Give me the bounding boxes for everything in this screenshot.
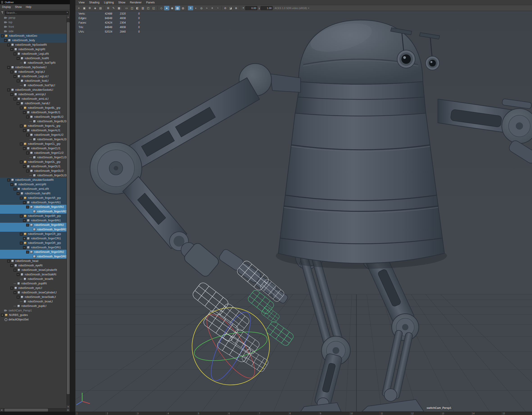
outliner-row[interactable]: −robotSmooth_head (0, 259, 66, 263)
expander-icon[interactable]: − (23, 165, 26, 168)
outliner-row[interactable]: −robotSmooth_fingerCL_grp (0, 142, 66, 146)
search-input[interactable] (5, 11, 69, 15)
timeline-tick[interactable]: 3 (136, 412, 167, 415)
filter-icon[interactable] (1, 11, 4, 14)
outliner-row[interactable]: −robotSmooth_legUpRt (0, 47, 66, 52)
select-camera-icon[interactable]: ⌖ (76, 6, 82, 10)
timeline-tick[interactable]: 5 (197, 412, 228, 415)
timeline-tick[interactable]: 2 (106, 412, 136, 415)
expander-icon[interactable]: − (17, 296, 19, 299)
outliner-row[interactable]: −robotSmooth_armUpLf (0, 92, 66, 97)
outliner-row[interactable]: robotSmooth_fingerARt3 (0, 209, 66, 214)
outliner-row[interactable]: −robotSmooth_eyeRt (0, 263, 66, 268)
scroll-left-icon[interactable]: ◀ (0, 408, 3, 412)
expander-icon[interactable]: − (4, 39, 7, 42)
outliner-row[interactable]: −robotSmooth_armLoLf (0, 97, 66, 101)
outliner-row[interactable]: −robotSmooth_browCylinderLf (0, 290, 66, 295)
expander-icon[interactable]: − (20, 233, 23, 236)
wireframe-icon[interactable]: ◇ (159, 6, 164, 10)
expander-icon[interactable]: − (17, 57, 19, 60)
xray-joints-icon[interactable]: ⊕ (233, 6, 239, 10)
outliner-row[interactable]: −robotSmooth_fingerCR_grp (0, 232, 66, 236)
outliner-row[interactable]: top (0, 20, 66, 25)
expander-icon[interactable]: − (20, 215, 23, 218)
outliner-row[interactable]: robotSmooth_browLf (0, 299, 66, 304)
outliner-row[interactable]: −robotSmooth_handRt (0, 191, 66, 196)
timeline-tick[interactable]: 4 (167, 412, 197, 415)
expander-icon[interactable]: + (1, 314, 4, 317)
outliner-row[interactable]: +robotSmooth_fingerCRt1 (0, 236, 66, 241)
outliner-row[interactable]: −robotSmooth_fingerDRt1 (0, 245, 66, 250)
expander-icon[interactable]: − (7, 179, 10, 182)
outliner-row[interactable]: −robotSmooth_fingerARt2 (0, 205, 66, 209)
outliner-row[interactable]: −robotSmooth_footLf (0, 78, 66, 83)
outliner-menu-show[interactable]: Show (13, 5, 24, 9)
outliner-row[interactable]: −robotSmooth_fingerBRt1 (0, 218, 66, 223)
two-d-pan-zoom-icon[interactable]: ⊞ (105, 6, 111, 10)
viewport-menu-lighting[interactable]: Lighting (102, 1, 116, 4)
expander-icon[interactable]: − (17, 102, 19, 105)
outliner-row[interactable]: robotSmooth_footTipLf (0, 83, 66, 87)
viewport-menu-shading[interactable]: Shading (87, 1, 102, 4)
timeline-tick[interactable]: 9 (319, 412, 349, 415)
outliner-row[interactable]: −robotSmooth_armLoRt (0, 187, 66, 191)
film-gate-icon[interactable]: ▭ (124, 6, 129, 10)
outliner-row[interactable]: robotSmooth_fingerBRt3 (0, 227, 66, 232)
expander-icon[interactable]: − (10, 287, 13, 290)
expander-icon[interactable]: − (20, 143, 23, 145)
outliner-row[interactable]: robotSmooth_pupilLf (0, 304, 66, 308)
outliner-row[interactable]: −robotSmooth_LegLoRt (0, 52, 66, 56)
expander-icon[interactable]: − (10, 183, 13, 186)
expander-icon[interactable]: − (26, 152, 29, 154)
outliner-row[interactable]: robotSmooth_footTipRt (0, 61, 66, 65)
expander-icon[interactable]: − (20, 161, 23, 164)
outliner-row[interactable]: −robotSmooth_fingerBL_grp (0, 106, 66, 110)
expander-icon[interactable]: − (20, 241, 23, 245)
outliner-row[interactable]: −robotSmooth_shoulderSocketRt (0, 178, 66, 182)
expander-icon[interactable]: − (26, 206, 29, 209)
expander-icon[interactable]: − (17, 192, 19, 195)
field-chart-icon[interactable]: ▥ (140, 6, 145, 10)
bookmarks-icon[interactable]: ◈ (93, 6, 98, 10)
search-options-chevron-icon[interactable]: ▾ (67, 11, 68, 13)
motion-blur-icon[interactable]: ≈ (204, 6, 209, 10)
viewport-menu-view[interactable]: View (76, 1, 87, 4)
timeline-tick[interactable]: 15 (502, 412, 532, 415)
outliner-row[interactable]: −robotSmooth_robotGeo (0, 34, 66, 38)
view-transform-select[interactable]: ACES 1.0 SDR-video (sRGB) ▾ (273, 7, 311, 10)
expander-icon[interactable]: + (23, 237, 26, 240)
outliner-row[interactable]: −robotSmooth_hipSocketRt (0, 43, 66, 47)
hscroll-track[interactable] (3, 408, 67, 412)
depth-of-field-icon[interactable]: ◔ (215, 6, 220, 10)
viewport-menu-renderer[interactable]: Renderer (128, 1, 144, 4)
scroll-right-icon[interactable]: ▶ (67, 408, 70, 412)
expander-icon[interactable]: − (13, 75, 16, 78)
outliner-menu-display[interactable]: Display (0, 5, 13, 9)
expander-icon[interactable]: − (7, 66, 10, 69)
outliner-row[interactable]: −robotSmooth_hipSocketLf (0, 65, 66, 70)
outliner-row[interactable]: −robotSmooth_fingerARt1 (0, 200, 66, 205)
expander-icon[interactable]: − (1, 34, 4, 37)
expander-icon[interactable]: − (26, 170, 29, 173)
anti-aliasing-icon[interactable]: ≡ (209, 6, 215, 10)
timeline-ruler[interactable]: 123456789101112131415 (76, 412, 532, 415)
expander-icon[interactable]: − (13, 52, 16, 55)
hscroll-thumb[interactable] (4, 409, 48, 411)
image-plane-icon[interactable]: ▤ (98, 6, 103, 10)
outliner-row[interactable]: robotSmooth_fingerALf3 (0, 137, 66, 142)
safe-title-icon[interactable]: ◱ (151, 6, 156, 10)
outliner-row[interactable]: −robotSmooth_fingerALf1 (0, 128, 66, 133)
expander-icon[interactable]: − (7, 43, 10, 46)
expander-icon[interactable]: − (7, 260, 10, 262)
expander-icon[interactable]: − (20, 197, 23, 200)
expander-icon[interactable]: − (26, 251, 29, 253)
use-all-lights-icon[interactable]: ☀ (188, 6, 193, 10)
timeline-tick[interactable]: 7 (258, 412, 288, 415)
timeline-tick[interactable]: 11 (380, 412, 410, 415)
expander-icon[interactable]: − (13, 188, 16, 191)
outliner-row[interactable]: −robotSmooth_LegLoLf (0, 74, 66, 78)
textured-icon[interactable]: ▨ (175, 6, 180, 10)
outliner-vertical-scrollbar[interactable]: ▲ ▼ (66, 16, 70, 408)
outliner-row[interactable]: −robotSmooth_fingerDL_grp (0, 160, 66, 164)
viewport-canvas[interactable]: Verts:4248823200Edges:8484846080Faces:42… (76, 11, 532, 412)
